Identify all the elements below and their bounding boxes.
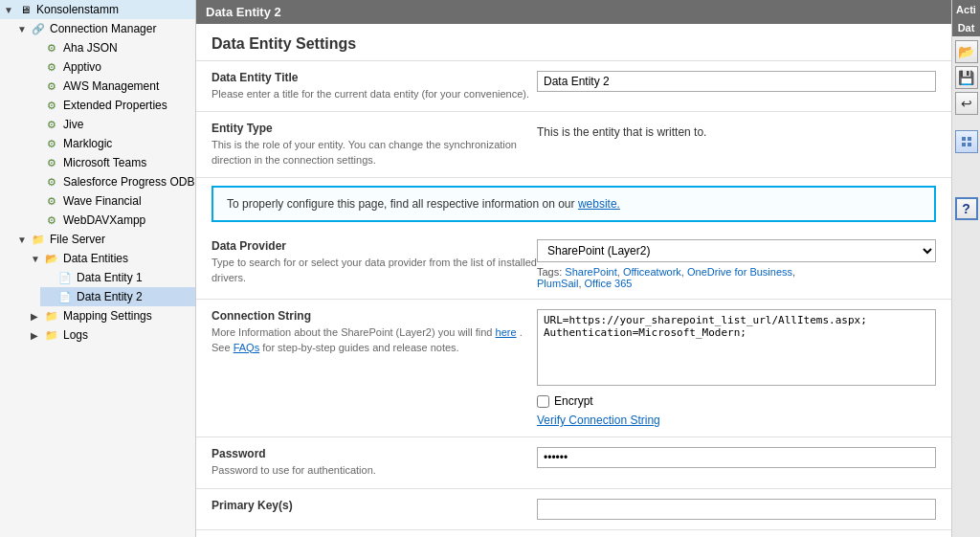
data-provider-select[interactable]: SharePoint (Layer2) File Server AWS Mana…	[537, 239, 936, 262]
sidebar-root-label: Konsolenstamm	[36, 3, 119, 16]
entity-title-desc: Please enter a title for the current dat…	[212, 87, 537, 101]
data-provider-section: Data Provider Type to search for or sele…	[196, 230, 951, 300]
data-entity-1-icon: 📄	[57, 270, 73, 285]
jive-icon: ⚙	[44, 117, 59, 132]
settings-header: Data Entity Settings	[196, 24, 951, 61]
sidebar-item-aws[interactable]: ⚙ AWS Management	[27, 77, 195, 96]
sidebar-item-jive[interactable]: ⚙ Jive	[27, 115, 195, 134]
title-bar: Data Entity 2	[196, 0, 951, 24]
sidebar-item-apptivo[interactable]: ⚙ Apptivo	[27, 57, 195, 77]
ext-props-icon: ⚙	[44, 98, 59, 113]
sidebar-item-data-entity-1[interactable]: 📄 Data Entity 1	[40, 268, 195, 287]
svg-rect-0	[962, 137, 966, 141]
verify-conn-link[interactable]: Verify Connection String	[537, 414, 936, 427]
svg-rect-2	[962, 143, 966, 146]
conn-string-desc: More Information about the SharePoint (L…	[212, 325, 537, 355]
sidebar-item-file-server[interactable]: ▼ 📁 File Server	[13, 230, 195, 249]
encrypt-checkbox[interactable]	[537, 395, 549, 408]
entity-title-section: Data Entity Title Please enter a title f…	[196, 61, 951, 112]
conn-string-label: Connection String	[212, 309, 537, 323]
info-box: To properly configure this page, find al…	[212, 186, 936, 222]
entity-type-section: Entity Type This is the role of your ent…	[196, 112, 951, 178]
primary-keys-label: Primary Key(s)	[212, 499, 537, 512]
sidebar-item-data-entity-2[interactable]: 📄 Data Entity 2	[40, 287, 195, 306]
apptivo-icon: ⚙	[44, 59, 59, 75]
sidebar-root: ▼ 🖥 Konsolenstamm	[0, 0, 195, 19]
aha-icon: ⚙	[44, 40, 59, 56]
entity-title-label: Data Entity Title	[212, 71, 537, 84]
sidebar-item-salesforce[interactable]: ⚙ Salesforce Progress ODBC	[27, 172, 195, 191]
sidebar-item-logs[interactable]: ▶ 📁 Logs	[27, 325, 195, 345]
entity-type-desc: This is the role of your entity. You can…	[212, 138, 537, 168]
sidebar-item-webdav[interactable]: ⚙ WebDAVXampp	[27, 211, 195, 230]
main-area: Data Entity 2 Data Entity Settings Data …	[196, 0, 951, 537]
sidebar-item-conn-manager[interactable]: ▼ 🔗 Connection Manager	[13, 19, 195, 38]
data-provider-label: Data Provider	[212, 239, 537, 253]
file-server-icon: 📁	[31, 232, 46, 247]
sidebar-item-ext-props[interactable]: ⚙ Extended Properties	[27, 96, 195, 115]
open-folder-button[interactable]: 📂	[955, 40, 978, 63]
sidebar-item-ms-teams[interactable]: ⚙ Microsoft Teams	[27, 153, 195, 172]
entity-type-value: This is the entity that is written to.	[537, 122, 936, 139]
password-input[interactable]	[537, 447, 936, 468]
primary-keys-section: Primary Key(s)	[196, 489, 951, 530]
conn-string-section: Connection String More Information about…	[196, 300, 951, 437]
mapping-icon: 📁	[44, 308, 59, 324]
conn-string-input[interactable]: URL=https://your_sharepoint_list_url/All…	[537, 309, 936, 386]
settings-button[interactable]	[955, 130, 978, 153]
svg-rect-1	[968, 137, 971, 141]
settings-icon	[960, 135, 973, 148]
webdav-icon: ⚙	[44, 213, 59, 228]
aws-icon: ⚙	[44, 78, 59, 94]
conn-string-faq-link[interactable]: FAQs	[234, 342, 260, 353]
info-link[interactable]: website.	[578, 197, 620, 211]
entity-title-input[interactable]	[537, 71, 936, 92]
password-desc: Password to use for authentication.	[212, 463, 537, 478]
sidebar-tree: ▼ 🔗 Connection Manager ⚙ Aha JSON ⚙ Appt…	[0, 19, 195, 345]
right-column: Acti Dat 📂 💾 ↩ ?	[951, 0, 980, 537]
sidebar-item-wave[interactable]: ⚙ Wave Financial	[27, 191, 195, 211]
info-message: To properly configure this page, find al…	[227, 197, 575, 211]
save-button[interactable]: 💾	[955, 66, 978, 89]
sidebar-item-marklogic[interactable]: ⚙ Marklogic	[27, 134, 195, 153]
content-area: Data Entity Settings Data Entity Title P…	[196, 24, 951, 537]
data-header: Dat	[952, 19, 980, 36]
svg-rect-3	[968, 143, 971, 146]
conn-manager-icon: 🔗	[31, 21, 46, 36]
conn-string-here-link[interactable]: here	[496, 326, 517, 338]
data-provider-desc: Type to search for or select your data p…	[212, 256, 537, 285]
data-entity-2-icon: 📄	[57, 289, 73, 304]
password-section: Password Password to use for authenticat…	[196, 437, 951, 488]
acti-header: Acti	[952, 0, 980, 19]
help-button[interactable]: ?	[955, 197, 978, 220]
entity-type-label: Entity Type	[212, 122, 537, 135]
logs-icon: 📁	[44, 327, 59, 343]
marklogic-icon: ⚙	[44, 136, 59, 151]
sidebar-item-aha[interactable]: ⚙ Aha JSON	[27, 38, 195, 57]
password-label: Password	[212, 447, 537, 460]
sidebar-item-data-entities[interactable]: ▼ 📂 Data Entities	[27, 249, 195, 268]
primary-keys-input[interactable]	[537, 499, 936, 520]
right-buttons: 📂 💾 ↩ ?	[952, 36, 980, 224]
sidebar-item-mapping[interactable]: ▶ 📁 Mapping Settings	[27, 306, 195, 325]
provider-tags: Tags: SharePoint, Officeatwork, OneDrive…	[537, 266, 936, 289]
wave-icon: ⚙	[44, 193, 59, 209]
encrypt-label: Encrypt	[554, 394, 593, 408]
sidebar: ▼ 🖥 Konsolenstamm ▼ 🔗 Connection Manager…	[0, 0, 196, 537]
data-entities-icon: 📂	[44, 251, 59, 266]
undo-button[interactable]: ↩	[955, 92, 978, 115]
title-bar-text: Data Entity 2	[206, 5, 281, 19]
root-icon: 🖥	[17, 2, 33, 17]
salesforce-icon: ⚙	[44, 174, 59, 190]
ms-teams-icon: ⚙	[44, 155, 59, 170]
